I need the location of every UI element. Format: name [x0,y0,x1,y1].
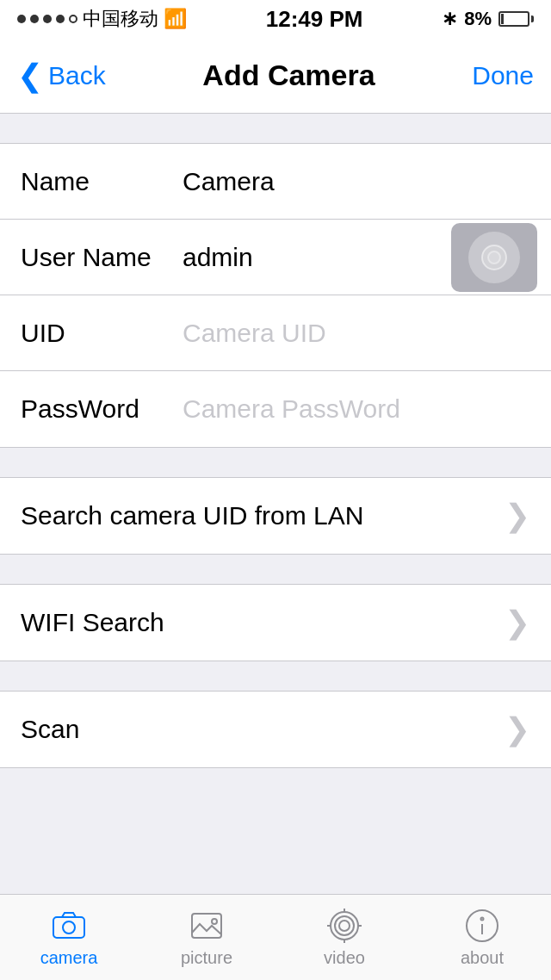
svg-rect-4 [192,914,221,938]
camera-thumbnail [451,223,537,292]
done-button[interactable]: Done [472,61,534,90]
video-tab-icon [325,907,363,945]
camera-lens-icon [477,240,511,275]
password-row: PassWord [0,371,551,447]
section-gap-3 [0,555,551,584]
page-title: Add Camera [202,59,375,92]
tab-about-label: about [461,948,504,968]
carrier-text: 中国移动 [83,6,158,32]
search-lan-row[interactable]: Search camera UID from LAN ❯ [0,478,551,554]
wifi-search-group: WIFI Search ❯ [0,584,551,661]
signal-dots [17,15,77,23]
svg-point-15 [481,918,484,921]
password-label: PassWord [21,394,176,424]
tab-picture-label: picture [181,948,232,968]
action-group: Search camera UID from LAN ❯ [0,477,551,555]
section-gap-2 [0,448,551,477]
battery-icon [498,11,534,27]
tab-bar: camera picture video about [0,894,551,980]
uid-row: UID [0,295,551,371]
svg-rect-2 [53,917,84,938]
scan-group: Scan ❯ [0,691,551,768]
battery-fill [501,14,504,23]
tab-video-label: video [324,948,365,968]
camera-thumb-inner [468,232,520,283]
uid-label: UID [21,319,176,348]
search-lan-label: Search camera UID from LAN [21,501,363,530]
wifi-search-row[interactable]: WIFI Search ❯ [0,585,551,661]
chevron-right-icon-1: ❯ [505,498,530,534]
nav-bar: ❮ Back Add Camera Done [0,38,551,114]
status-bar: 中国移动 📶 12:49 PM ∗ 8% [0,0,551,38]
camera-tab-icon [50,907,88,945]
about-tab-icon [463,907,501,945]
bluetooth-icon: ∗ [442,8,457,30]
form-group: Name User Name UID PassWor [0,143,551,448]
chevron-right-icon-3: ❯ [505,711,530,747]
tab-camera-label: camera [40,948,98,968]
tab-camera[interactable]: camera [0,907,138,968]
wifi-icon: 📶 [164,8,187,30]
uid-input[interactable] [176,319,530,348]
battery-percent: 8% [464,8,492,30]
username-row: User Name [0,220,551,295]
back-button[interactable]: ❮ Back [17,60,106,91]
tab-about[interactable]: about [413,907,551,968]
tab-video[interactable]: video [276,907,413,968]
section-gap-1 [0,114,551,143]
wifi-search-label: WIFI Search [21,608,164,637]
name-row: Name [0,144,551,220]
tab-picture[interactable]: picture [138,907,276,968]
dot-5 [69,15,77,23]
section-gap-4 [0,661,551,691]
chevron-right-icon-2: ❯ [505,605,530,641]
name-label: Name [21,167,176,196]
svg-point-3 [63,921,75,933]
svg-point-1 [488,251,500,264]
name-input[interactable] [176,167,530,196]
back-label: Back [48,61,106,90]
battery-body [498,11,529,27]
status-right: ∗ 8% [442,8,534,30]
dot-4 [56,15,65,23]
scan-label: Scan [21,715,79,744]
battery-tip [531,16,534,22]
status-time: 12:49 PM [266,6,363,33]
dot-1 [17,15,26,23]
picture-tab-icon [188,907,226,945]
status-left: 中国移动 📶 [17,6,187,32]
svg-point-7 [335,916,354,935]
scan-row[interactable]: Scan ❯ [0,692,551,767]
username-label: User Name [21,243,176,272]
back-chevron-icon: ❮ [17,60,43,91]
svg-point-5 [212,919,217,924]
svg-point-8 [339,921,350,931]
password-input[interactable] [176,394,530,424]
dot-2 [30,15,39,23]
dot-3 [43,15,52,23]
